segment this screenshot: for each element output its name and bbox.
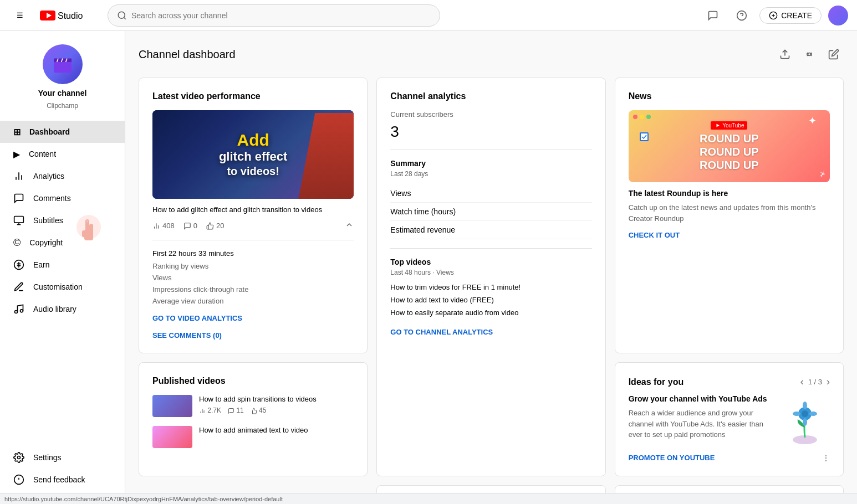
ideas-next-button[interactable]: › — [827, 376, 830, 388]
go-to-analytics-link[interactable]: GO TO VIDEO ANALYTICS — [152, 314, 354, 322]
ideas-card: Ideas for you ‹ 1 / 3 › Grow your channe… — [615, 362, 844, 476]
published-videos-card: Published videos How to add spin transit… — [139, 362, 368, 476]
app-header: ☰ Studio — [0, 0, 857, 31]
metric-3: Average view duration — [152, 297, 354, 305]
hamburger-menu[interactable]: ☰ — [9, 4, 31, 27]
channel-avatar[interactable] — [43, 44, 83, 84]
likes-count: 20 — [216, 222, 224, 230]
header-right: CREATE — [702, 4, 848, 27]
top-videos-period: Last 48 hours · Views — [390, 269, 591, 276]
top-video-1: How to add text to video (FREE) — [390, 296, 591, 304]
metric-views-label: Views — [390, 189, 411, 198]
bar-chart-icon — [152, 222, 160, 230]
feedback-icon — [13, 474, 24, 485]
pub-likes-0: 45 — [251, 407, 267, 414]
nav-item-earn[interactable]: Earn — [0, 254, 125, 276]
ideas-text: Grow your channel with YouTube Ads Reach… — [629, 394, 777, 447]
nav-label-customisation: Customisation — [33, 282, 83, 291]
pub-thumb-1[interactable] — [152, 426, 192, 448]
check-it-out-button[interactable]: CHECK IT OUT — [629, 231, 680, 239]
nav-item-copyright[interactable]: © Copyright — [0, 232, 125, 254]
more-options-icon[interactable]: ⋮ — [822, 454, 830, 462]
pub-views-0: 2.7K — [199, 407, 221, 414]
news-image: YouTube ROUND UP ROUND UP ROUND UP ✦ ⊁ — [629, 110, 830, 182]
nav-label-content: Content — [29, 150, 56, 158]
pub-video-title-0: How to add spin transitions to videos — [199, 395, 354, 404]
promote-button[interactable]: PROMOTE ON YOUTUBE — [629, 454, 715, 462]
news-description: Catch up on the latest news and updates … — [629, 202, 830, 224]
stats-chevron[interactable] — [345, 220, 354, 231]
svg-point-23 — [18, 456, 21, 459]
ideas-header: Ideas for you ‹ 1 / 3 › — [629, 376, 830, 388]
nav-item-settings[interactable]: Settings — [0, 446, 125, 469]
create-button[interactable]: CREATE — [759, 7, 822, 24]
analytics-card-title: Channel analytics — [390, 91, 591, 101]
pub-comment-icon-0 — [228, 408, 234, 414]
analytics-icon — [13, 171, 24, 182]
svg-point-42 — [793, 412, 800, 416]
svg-point-43 — [809, 412, 817, 416]
channel-name: Your channel — [38, 89, 87, 97]
subscribers-count: 3 — [390, 123, 591, 141]
pub-stats-0: 2.7K 11 — [199, 407, 354, 414]
header-left: ☰ Studio — [9, 4, 90, 27]
nav-item-audio-library[interactable]: Audio library — [0, 298, 125, 320]
messages-button[interactable] — [702, 4, 724, 27]
audio-library-icon — [13, 304, 24, 315]
metric-0: Ranking by views — [152, 262, 354, 270]
summary-period: Last 28 days — [390, 170, 591, 178]
pub-video-1: How to add animated text to video — [152, 426, 354, 448]
nav-item-customisation[interactable]: Customisation — [0, 276, 125, 298]
pub-thumb-0[interactable] — [152, 395, 192, 417]
search-bar[interactable] — [108, 4, 440, 27]
top-videos-label: Top videos — [390, 258, 591, 266]
idea-headline: Grow your channel with YouTube Ads — [629, 394, 777, 403]
nav-item-comments[interactable]: Comments — [0, 187, 125, 209]
metric-revenue: Estimated revenue — [390, 221, 591, 239]
live-button[interactable] — [799, 44, 819, 64]
logo[interactable]: Studio — [40, 10, 90, 21]
video-thumbnail[interactable]: Add glitch effectto videos! ⚡ — [152, 110, 354, 199]
nav-item-analytics[interactable]: Analytics — [0, 165, 125, 187]
go-to-channel-analytics-link[interactable]: GO TO CHANNEL ANALYTICS — [390, 328, 591, 336]
create-label: CREATE — [781, 11, 812, 20]
pub-video-0: How to add spin transitions to videos 2.… — [152, 395, 354, 417]
svg-text:Studio: Studio — [58, 11, 83, 20]
ideas-prev-button[interactable]: ‹ — [800, 376, 804, 388]
dot-2 — [640, 115, 644, 119]
search-input[interactable] — [131, 11, 431, 20]
first-hours-label: First 22 hours 33 minutes — [152, 249, 354, 258]
copyright-icon: © — [13, 237, 21, 249]
roundup-line3: ROUND UP — [700, 158, 759, 172]
nav-item-feedback[interactable]: Send feedback — [0, 469, 125, 491]
upload-button[interactable] — [775, 44, 795, 64]
views-stat: 408 — [152, 222, 175, 230]
news-yt-label: YouTube — [722, 122, 744, 128]
nav-item-dashboard[interactable]: ⊞ Dashboard — [0, 121, 125, 143]
nav-label-feedback: Send feedback — [33, 475, 85, 484]
edit-icon — [828, 49, 839, 60]
nav-label-settings: Settings — [33, 453, 62, 462]
help-icon — [736, 10, 747, 21]
help-button[interactable] — [731, 4, 753, 27]
svg-point-41 — [803, 418, 807, 426]
dashboard-grid: Latest video performance Add glitch effe… — [139, 78, 844, 504]
comment-icon — [183, 222, 191, 230]
metric-revenue-label: Estimated revenue — [390, 225, 455, 234]
top-video-2: How to easily separate audio from video — [390, 308, 591, 317]
edit-button[interactable] — [824, 44, 844, 64]
nav-item-content[interactable]: ▶ Content — [0, 143, 125, 165]
see-comments-link[interactable]: SEE COMMENTS (0) — [152, 331, 354, 340]
nav-label-dashboard: Dashboard — [29, 127, 70, 136]
ideas-illustration — [785, 394, 830, 447]
nav-item-subtitles[interactable]: Subtitles — [0, 209, 125, 232]
ideas-content: Grow your channel with YouTube Ads Reach… — [629, 394, 830, 447]
user-avatar[interactable] — [828, 6, 848, 25]
video-stats: 408 0 20 — [152, 220, 354, 231]
channel-handle: Clipchamp — [47, 102, 78, 110]
nav-label-analytics: Analytics — [33, 172, 64, 181]
svg-point-39 — [802, 410, 808, 417]
sidebar-bottom: Settings Send feedback — [0, 442, 125, 495]
svg-rect-17 — [14, 217, 24, 223]
plus-icon — [769, 11, 778, 20]
